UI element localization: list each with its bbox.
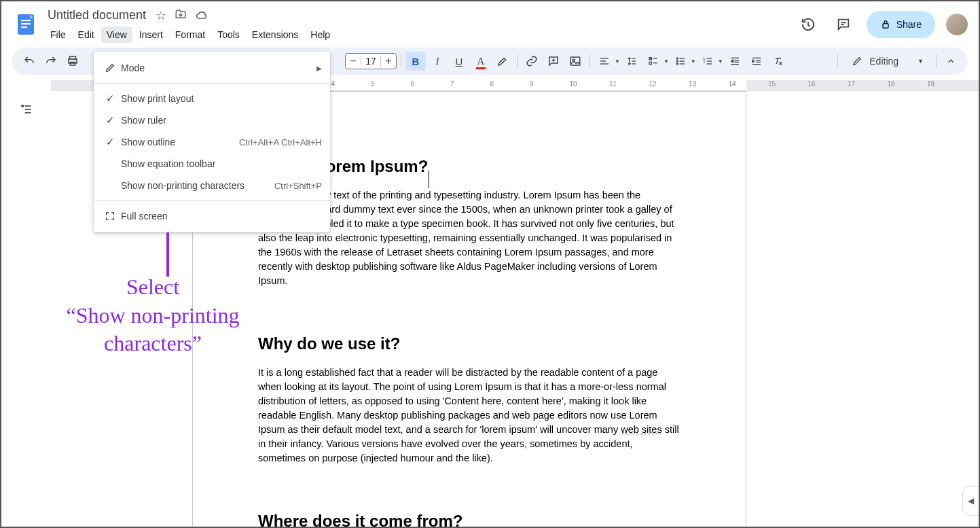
underline-button[interactable]: U xyxy=(449,52,469,71)
menu-extensions[interactable]: Extensions xyxy=(247,27,304,43)
menu-edit[interactable]: Edit xyxy=(73,27,100,43)
redo-button[interactable] xyxy=(41,52,61,71)
annotation-text: Select“Show non-printingcharacters” xyxy=(34,273,272,358)
indent-increase-button[interactable] xyxy=(746,52,767,71)
cloud-status-icon[interactable] xyxy=(195,8,208,23)
text-color-button[interactable]: A xyxy=(471,52,491,71)
menu-help[interactable]: Help xyxy=(305,27,335,43)
view-menu-mode[interactable]: Mode▶ xyxy=(94,57,330,79)
show-outline-button[interactable] xyxy=(16,99,37,120)
italic-button[interactable]: I xyxy=(427,52,448,71)
menu-tools[interactable]: Tools xyxy=(212,27,245,43)
font-size-increase[interactable]: + xyxy=(381,55,396,67)
svg-rect-6 xyxy=(883,24,888,29)
svg-point-45 xyxy=(21,105,23,107)
view-menu-show-ruler[interactable]: ✓Show ruler xyxy=(94,109,330,131)
svg-point-24 xyxy=(676,58,678,59)
paragraph-2: It is a long established fact that a rea… xyxy=(258,366,680,465)
share-button[interactable]: Share xyxy=(867,11,935,38)
menu-format[interactable]: Format xyxy=(170,27,211,43)
svg-rect-12 xyxy=(570,57,580,65)
undo-button[interactable] xyxy=(19,52,39,71)
svg-rect-1 xyxy=(21,20,31,21)
heading-2: Why do we use it? xyxy=(258,334,680,353)
checklist-button[interactable] xyxy=(643,52,664,71)
menu-insert[interactable]: Insert xyxy=(134,27,168,43)
editing-mode-button[interactable]: Editing ▼ xyxy=(842,52,932,71)
insert-comment-button[interactable] xyxy=(543,52,564,71)
menu-file[interactable]: File xyxy=(45,27,71,43)
view-menu-show-non-printing-characters[interactable]: Show non-printing charactersCtrl+Shift+P xyxy=(94,175,330,196)
align-button[interactable] xyxy=(594,52,615,71)
svg-rect-2 xyxy=(21,23,31,24)
bulleted-list-button[interactable] xyxy=(670,52,691,71)
doc-title[interactable]: Untitled document xyxy=(43,7,150,24)
menu-view[interactable]: View xyxy=(101,27,132,43)
heading-3: Where does it come from? xyxy=(258,512,680,528)
text-cursor xyxy=(429,171,429,188)
collapse-toolbar-button[interactable] xyxy=(941,52,961,71)
share-label: Share xyxy=(896,19,922,30)
view-menu-show-outline[interactable]: ✓Show outlineCtrl+Alt+A Ctrl+Alt+H xyxy=(94,131,330,153)
svg-text:2: 2 xyxy=(703,60,705,64)
avatar[interactable] xyxy=(946,14,968,35)
highlight-button[interactable] xyxy=(492,52,513,71)
svg-rect-3 xyxy=(21,27,27,28)
print-button[interactable] xyxy=(62,52,83,71)
insert-image-button[interactable] xyxy=(565,52,585,71)
clear-formatting-button[interactable] xyxy=(768,52,788,71)
svg-rect-22 xyxy=(649,62,651,64)
bold-button[interactable]: B xyxy=(405,52,426,71)
indent-decrease-button[interactable] xyxy=(725,52,745,71)
move-icon[interactable] xyxy=(175,8,187,23)
font-size-control[interactable]: − 17 + xyxy=(345,53,397,69)
editing-mode-label: Editing xyxy=(869,56,899,67)
history-icon[interactable] xyxy=(796,12,820,37)
insert-link-button[interactable] xyxy=(522,52,542,71)
numbered-list-button[interactable]: 12 xyxy=(697,52,718,71)
svg-point-26 xyxy=(676,63,678,65)
font-size-decrease[interactable]: − xyxy=(346,55,361,67)
view-menu-dropdown: Mode▶✓Show print layout✓Show ruler✓Show … xyxy=(94,52,330,232)
comments-icon[interactable] xyxy=(831,12,856,37)
heading-1: Lorem Ipsum? xyxy=(316,157,428,176)
font-size-value[interactable]: 17 xyxy=(361,56,381,67)
view-menu-show-equation-toolbar[interactable]: Show equation toolbar xyxy=(94,153,330,175)
svg-point-25 xyxy=(676,60,678,62)
line-spacing-button[interactable] xyxy=(621,52,642,71)
view-menu-show-print-layout[interactable]: ✓Show print layout xyxy=(94,88,330,109)
docs-logo[interactable] xyxy=(12,11,39,38)
star-icon[interactable]: ☆ xyxy=(156,8,166,23)
side-panel-toggle[interactable]: ◀ xyxy=(962,486,979,516)
view-menu-full-screen[interactable]: Full screen xyxy=(94,205,330,227)
